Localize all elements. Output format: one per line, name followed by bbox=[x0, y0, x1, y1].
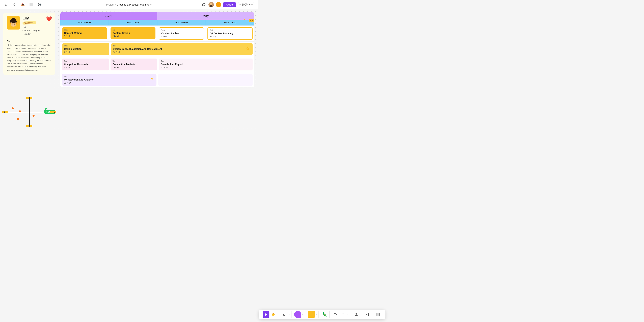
left-panel: Lily "Caregiver" • 25 • Product Designer… bbox=[0, 10, 57, 129]
cell-q3-content: Task Q3 Content Planning 22 May bbox=[206, 26, 254, 42]
task-date: 7 April bbox=[64, 51, 107, 53]
task-date: 24 April bbox=[113, 51, 251, 53]
scatter-dot-3 bbox=[32, 115, 34, 117]
scatter-dot-2 bbox=[19, 110, 21, 112]
persona-header: Lily "Caregiver" • 25 • Product Designer… bbox=[7, 16, 52, 36]
zoom-level: 100% bbox=[242, 3, 248, 6]
week-3: 05/01 - 05/08 bbox=[157, 20, 206, 26]
task-q3-content-planning[interactable]: Task Q3 Content Planning 22 May bbox=[208, 27, 252, 40]
page-title: Creating a Product Roadmap bbox=[117, 3, 149, 6]
menu-icon[interactable]: ⚙ bbox=[3, 2, 9, 8]
task-label: Task bbox=[161, 60, 250, 62]
task-ux-research[interactable]: Task UX Research and Analysis 22 May ★ bbox=[62, 74, 156, 86]
layout-icon[interactable]: ⬜ bbox=[28, 2, 34, 8]
axis-vertical bbox=[29, 97, 30, 127]
week-1: 04/03 - 04/07 bbox=[60, 20, 109, 26]
task-date: 8 May bbox=[161, 36, 202, 38]
persona-card: Lily "Caregiver" • 25 • Product Designer… bbox=[3, 13, 55, 75]
task-date: 6 April bbox=[64, 66, 107, 69]
task-label: Task bbox=[64, 45, 107, 47]
topbar-center: Project / Creating a Product Roadmap ▾ bbox=[106, 3, 151, 6]
axis-arrow-up bbox=[29, 97, 30, 98]
share-button[interactable]: Share bbox=[223, 2, 236, 8]
inbox-icon[interactable]: 📥 bbox=[20, 2, 26, 8]
chat-icon[interactable]: 💬 bbox=[37, 2, 42, 8]
month-headers: April May bbox=[60, 12, 254, 20]
task-competitor-research[interactable]: Task Competitor Research 6 April bbox=[62, 58, 109, 70]
task-label: Task bbox=[64, 60, 107, 62]
cyril-cursor-label: Cyril bbox=[249, 19, 254, 22]
star-outline-large-icon: ☆ bbox=[246, 46, 250, 51]
row-competitor: Task Competitor Research 6 April Task Co… bbox=[60, 57, 254, 72]
roadmap-grid: April May 04/03 - 04/07 04/10 - 04/24 05… bbox=[60, 12, 254, 88]
bio-text: Lily is a young and ambitious product de… bbox=[7, 44, 52, 72]
row-content: Task Content Writing 9 April Task Conten… bbox=[60, 26, 254, 42]
task-label: Task bbox=[64, 29, 105, 31]
task-design-ideation[interactable]: Task Design Ideation 7 April bbox=[62, 43, 109, 55]
task-name: Content Review bbox=[161, 32, 202, 35]
title-chevron[interactable]: ▾ bbox=[150, 4, 152, 6]
task-date: 24 April bbox=[112, 35, 154, 38]
persona-tag: "Caregiver" bbox=[22, 21, 36, 25]
path-separator: / bbox=[115, 3, 116, 6]
zoom-minus[interactable]: − bbox=[239, 3, 241, 6]
task-date: 22 May bbox=[64, 82, 154, 84]
topbar-right: 🎧 C Share − 100% ▾ + bbox=[201, 2, 254, 8]
persona-avatar bbox=[7, 16, 20, 30]
task-label: Task bbox=[112, 60, 155, 62]
task-date: 22 May bbox=[210, 36, 250, 38]
zoom-plus[interactable]: + bbox=[251, 3, 253, 6]
task-date: 9 April bbox=[64, 35, 105, 38]
persona-name: Lily bbox=[22, 16, 44, 20]
task-name: Stakeholder Report bbox=[161, 63, 250, 66]
persona-divider bbox=[7, 38, 52, 38]
star-outline-icon: ☆ bbox=[150, 29, 154, 33]
svg-point-11 bbox=[16, 23, 17, 24]
persona-details: • 25 • Product Designer • London bbox=[22, 25, 44, 36]
row-ux: Task UX Research and Analysis 22 May ★ bbox=[60, 72, 254, 88]
persona-info: Lily "Caregiver" • 25 • Product Designer… bbox=[22, 16, 44, 36]
week-4: 05/15 - 05/22 Cyril bbox=[206, 20, 254, 26]
bio-title: Bio bbox=[7, 40, 52, 42]
task-name: Content Writing bbox=[64, 32, 105, 34]
task-name: Competitor Research bbox=[64, 63, 107, 66]
month-may: May bbox=[157, 12, 254, 20]
cell-content-design: Task Content Design 24 April ☆ bbox=[109, 26, 157, 42]
avatar-cyril[interactable]: C bbox=[216, 2, 221, 8]
right-panel: April May 04/03 - 04/07 04/10 - 04/24 05… bbox=[57, 10, 258, 129]
empty-cell-lavender bbox=[158, 74, 252, 86]
headphones-icon[interactable]: 🎧 bbox=[201, 2, 206, 8]
svg-point-6 bbox=[10, 21, 12, 23]
axis-arrow-right bbox=[54, 111, 55, 113]
month-april: April bbox=[60, 12, 157, 20]
task-name: Design Conceptualization and Development bbox=[113, 48, 251, 50]
zoom-control: − 100% ▾ + bbox=[238, 2, 254, 7]
week-headers: 04/03 - 04/07 04/10 - 04/24 05/01 - 05/0… bbox=[60, 20, 254, 26]
task-content-writing[interactable]: Task Content Writing 9 April bbox=[62, 27, 107, 39]
axis-arrow-left bbox=[3, 111, 5, 113]
zoom-chevron[interactable]: ▾ bbox=[249, 3, 250, 6]
task-stakeholder-report[interactable]: Task Stakeholder Report 22 May bbox=[159, 58, 252, 70]
star-filled-icon: ★ bbox=[150, 76, 154, 81]
svg-point-9 bbox=[14, 23, 15, 24]
topbar: ⚙ ⏱ 📥 ⬜ 💬 Project / Creating a Product R… bbox=[0, 0, 258, 10]
task-name: Design Ideation bbox=[64, 48, 107, 50]
timer-icon[interactable]: ⏱ bbox=[12, 2, 17, 8]
task-label: Task bbox=[64, 76, 154, 78]
axis-arrow-down bbox=[29, 126, 30, 127]
scatter-dot-4 bbox=[17, 118, 19, 120]
task-content-design[interactable]: Task Content Design 24 April ☆ bbox=[110, 27, 156, 39]
cell-content-writing: Task Content Writing 9 April bbox=[60, 26, 109, 42]
cell-content-review: Task Content Review 8 May bbox=[157, 26, 206, 42]
task-label: Task bbox=[161, 29, 202, 31]
task-label: Task bbox=[112, 29, 154, 31]
avatar-lily[interactable] bbox=[208, 2, 214, 8]
task-competitor-analysis[interactable]: Task Competitor Analysis 19 April bbox=[110, 58, 157, 70]
task-label: Task bbox=[113, 45, 251, 47]
project-label: Project bbox=[106, 3, 114, 6]
svg-point-8 bbox=[12, 23, 13, 24]
task-content-review[interactable]: Task Content Review 8 May bbox=[159, 27, 204, 40]
task-design-conceptualization[interactable]: Task Design Conceptualization and Develo… bbox=[111, 43, 253, 55]
task-name: UX Research and Analysis bbox=[64, 78, 154, 81]
week-2: 04/10 - 04/24 bbox=[109, 20, 157, 26]
